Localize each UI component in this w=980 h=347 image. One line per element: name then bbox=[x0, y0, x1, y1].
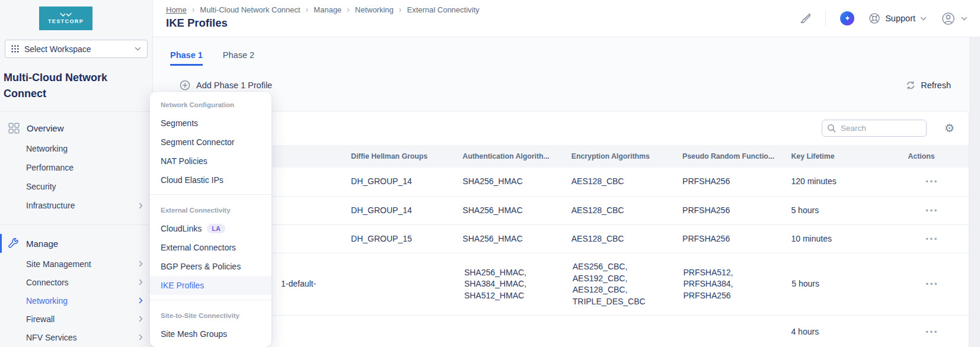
cell-key-lifetime: 120 minutes bbox=[791, 176, 908, 188]
wrench-icon bbox=[8, 238, 19, 249]
tab-phase-2[interactable]: Phase 2 bbox=[223, 50, 254, 66]
menu-section-site-to-site-connectivity: Site-to-Site Connectivity bbox=[150, 305, 272, 324]
sidebar-item-label: Performance bbox=[26, 163, 74, 172]
sidebar-item-label: NFV Services bbox=[26, 333, 77, 342]
menu-section-external-connectivity: External Connectivity bbox=[150, 200, 272, 219]
sidebar-item-site-management[interactable]: Site Management bbox=[0, 255, 152, 273]
chevron-right-icon bbox=[139, 203, 143, 209]
menu-item-site-mesh-groups[interactable]: Site Mesh Groups bbox=[150, 324, 272, 343]
cell-dh-groups: DH_GROUP_15 bbox=[351, 233, 462, 245]
table-settings-gear-icon[interactable]: ⚙ bbox=[944, 123, 955, 134]
topbar-left: Home Multi-Cloud Network Connect Manage … bbox=[166, 0, 480, 37]
row-actions-menu-icon[interactable]: ••• bbox=[926, 207, 939, 215]
menu-item-external-connectors[interactable]: External Connectors bbox=[150, 238, 272, 257]
menu-item-segments[interactable]: Segments bbox=[150, 114, 272, 133]
sidebar-item-connectors[interactable]: Connectors bbox=[0, 273, 152, 291]
search-input[interactable] bbox=[822, 120, 927, 137]
column-header-actions: Actions bbox=[908, 152, 955, 160]
breadcrumb-networking[interactable]: Networking bbox=[347, 5, 394, 14]
table-row: 1-default- SHA256_HMAC, SHA384_HMAC, SHA… bbox=[158, 253, 969, 316]
breadcrumb-mcn-connect[interactable]: Multi-Cloud Network Connect bbox=[192, 5, 301, 14]
sidebar-section-manage[interactable]: Manage bbox=[0, 232, 152, 255]
refresh-button[interactable]: Refresh bbox=[906, 81, 951, 90]
app-root: TESTCORP Select Workspace Multi-Cloud Ne… bbox=[0, 0, 980, 347]
sidebar: TESTCORP Select Workspace Multi-Cloud Ne… bbox=[0, 0, 153, 347]
menu-item-ike-profiles[interactable]: IKE Profiles bbox=[150, 276, 272, 295]
row-actions-menu-icon[interactable]: ••• bbox=[926, 280, 939, 288]
logo-text: TESTCORP bbox=[48, 18, 84, 24]
workspace-grid-icon bbox=[11, 45, 19, 53]
menu-item-cloud-elastic-ips[interactable]: Cloud Elastic IPs bbox=[150, 171, 272, 189]
limited-availability-badge: LA bbox=[207, 224, 225, 233]
breadcrumb-home[interactable]: Home bbox=[166, 5, 187, 14]
sidebar-item-networking-overview[interactable]: Networking bbox=[0, 139, 152, 158]
row-actions-menu-icon[interactable]: ••• bbox=[926, 235, 939, 243]
sidebar-divider bbox=[0, 111, 152, 112]
row-actions-menu-icon[interactable]: ••• bbox=[926, 178, 939, 186]
edit-brush-icon[interactable] bbox=[799, 12, 811, 24]
overview-subnav: Networking Performance Security Infrastr… bbox=[0, 139, 152, 215]
cell-prf: PRFSHA256 bbox=[682, 205, 791, 217]
user-avatar-icon bbox=[941, 11, 956, 26]
table-row: DH_GROUP_15 SHA256_HMAC AES128_CBC PRFSH… bbox=[158, 225, 969, 253]
cell-prf: PRFSHA256 bbox=[682, 176, 791, 188]
cell-key-lifetime: 5 hours bbox=[791, 205, 908, 217]
table-row: DH_GROUP_14 SHA256_HMAC AES128_CBC PRFSH… bbox=[158, 197, 969, 225]
sidebar-item-performance[interactable]: Performance bbox=[0, 158, 152, 177]
company-logo: TESTCORP bbox=[39, 7, 92, 30]
menu-item-nat-policies[interactable]: NAT Policies bbox=[150, 152, 272, 171]
sidebar-item-label: Site Management bbox=[26, 259, 91, 269]
chevron-right-icon bbox=[139, 279, 143, 285]
workspace-label: Select Workspace bbox=[24, 44, 129, 54]
sidebar-item-infrastructure[interactable]: Infrastructure bbox=[0, 196, 152, 215]
menu-item-bgp-peers-policies[interactable]: BGP Peers & Policies bbox=[150, 257, 272, 276]
sidebar-item-label: Connectors bbox=[26, 278, 69, 287]
cell-auth-algorithms: SHA256_HMAC bbox=[462, 176, 571, 188]
column-header-prf: Pseudo Random Functio... bbox=[682, 152, 791, 160]
table-toolbar: ⚙ bbox=[158, 111, 969, 145]
sidebar-item-label: Infrastructure bbox=[26, 201, 75, 210]
menu-divider bbox=[150, 300, 272, 300]
sidebar-item-nfv-services[interactable]: NFV Services bbox=[0, 328, 152, 346]
table-header-row: Diffie Hellman Groups Authentication Alg… bbox=[158, 145, 969, 168]
wings-icon bbox=[59, 12, 72, 17]
cell-dh-groups: DH_GROUP_14 bbox=[351, 176, 462, 188]
table-action-row: Add Phase 1 Profile Refresh bbox=[153, 80, 969, 91]
add-phase1-profile-button[interactable]: Add Phase 1 Profile bbox=[180, 80, 272, 91]
cell-encryption-algorithms: AES128_CBC bbox=[572, 233, 682, 245]
breadcrumb-manage[interactable]: Manage bbox=[305, 5, 341, 14]
sidebar-item-firewall[interactable]: Firewall bbox=[0, 310, 152, 328]
menu-item-segment-connector[interactable]: Segment Connector bbox=[150, 133, 272, 152]
chevron-right-icon bbox=[139, 316, 143, 322]
menu-divider bbox=[150, 194, 272, 195]
scrollbar[interactable] bbox=[969, 37, 980, 347]
support-label: Support bbox=[885, 14, 915, 23]
sidebar-item-label: Networking bbox=[26, 296, 68, 306]
account-menu[interactable] bbox=[941, 11, 968, 26]
cell-key-lifetime: 4 hours bbox=[791, 326, 908, 338]
menu-item-label: CloudLinks bbox=[161, 224, 202, 233]
topbar-actions: ✦ Support bbox=[799, 0, 968, 37]
menu-item-cloudlinks[interactable]: CloudLinks LA bbox=[150, 219, 272, 238]
breadcrumb-external-connectivity[interactable]: External Connectivity bbox=[399, 5, 480, 14]
tab-phase-1[interactable]: Phase 1 bbox=[170, 50, 203, 66]
workspace-selector[interactable]: Select Workspace bbox=[5, 40, 148, 58]
cell-encryption-algorithms: AES128_CBC bbox=[572, 176, 682, 188]
breadcrumb: Home Multi-Cloud Network Connect Manage … bbox=[166, 5, 480, 14]
sidebar-item-security[interactable]: Security bbox=[0, 177, 152, 196]
chevron-down-icon bbox=[135, 47, 141, 51]
chevron-right-icon bbox=[139, 334, 143, 340]
sidebar-item-networking-manage[interactable]: Networking bbox=[0, 291, 152, 310]
row-actions-menu-icon[interactable]: ••• bbox=[926, 328, 939, 336]
assistant-sparkle-icon[interactable]: ✦ bbox=[840, 11, 854, 25]
topbar: Home Multi-Cloud Network Connect Manage … bbox=[153, 0, 980, 37]
plus-circle-icon bbox=[180, 80, 190, 91]
support-menu[interactable]: Support bbox=[869, 12, 927, 24]
cell-auth-algorithms: SHA256_HMAC bbox=[462, 205, 571, 217]
sidebar-section-overview[interactable]: Overview bbox=[0, 117, 152, 139]
sidebar-item-label: Firewall bbox=[26, 314, 55, 324]
sidebar-item-label: Security bbox=[26, 182, 56, 191]
manage-subnav: Site Management Connectors Networking Fi… bbox=[0, 255, 152, 346]
main-content: Phase 1 Phase 2 Add Phase 1 Profile Refr… bbox=[153, 37, 969, 347]
topbar-divider bbox=[825, 11, 826, 26]
